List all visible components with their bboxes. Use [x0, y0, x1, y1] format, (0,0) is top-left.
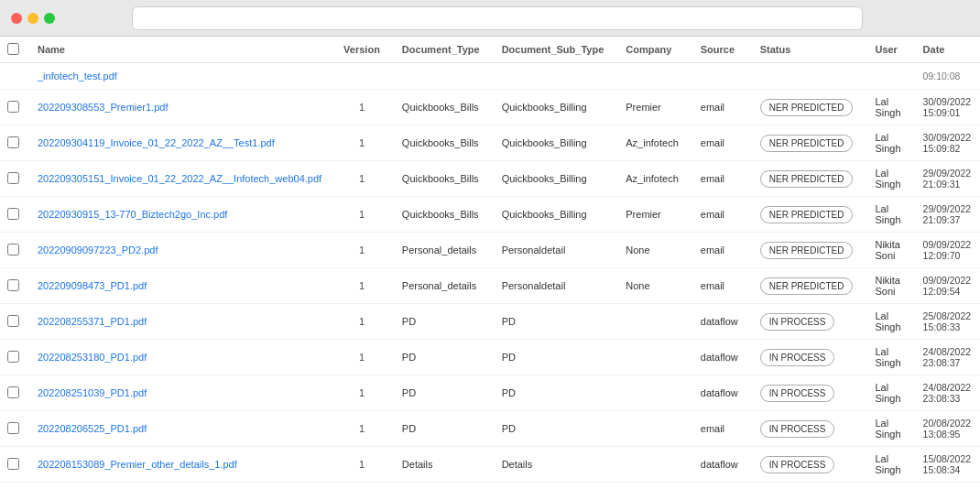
row-source: email: [690, 197, 749, 233]
close-button[interactable]: [11, 13, 22, 24]
file-link[interactable]: 20220909097223_PD2.pdf: [38, 244, 321, 256]
row-doc-type: Quickbooks_Bills: [391, 161, 491, 197]
table-row: 202208255371_PD1.pdf1PDPDdataflowIN PROC…: [0, 304, 980, 340]
file-link[interactable]: 202209305151_Invoice_01_22_2022_AZ__Info…: [38, 172, 321, 185]
row-checkbox-cell: [0, 197, 27, 233]
row-checkbox[interactable]: [7, 101, 19, 113]
file-link[interactable]: 202208251039_PD1.pdf: [38, 386, 321, 399]
file-link[interactable]: 202208153089_Premier_other_details_1.pdf: [38, 458, 321, 471]
file-link[interactable]: _infotech_test.pdf: [38, 70, 321, 82]
minimize-button[interactable]: [27, 13, 38, 24]
table-row: 20220930915_13-770_Biztech2go_Inc.pdf1Qu…: [0, 197, 980, 233]
row-user: Nikita Soni: [864, 233, 911, 268]
row-checkbox[interactable]: [7, 386, 19, 398]
row-checkbox[interactable]: [7, 208, 19, 220]
table-row: 202208153089_Premier_other_details_1.pdf…: [0, 447, 980, 483]
row-source: [690, 63, 749, 90]
file-link[interactable]: 202208206525_PD1.pdf: [38, 422, 321, 435]
row-date: 30/09/2022 15:09:01: [912, 90, 980, 125]
row-doc-type: QA_Info: [391, 483, 491, 489]
row-checkbox[interactable]: [7, 458, 19, 470]
share-button[interactable]: [877, 5, 903, 31]
row-checkbox-cell: [0, 375, 27, 411]
row-date: 09/09/2022 12:09:70: [912, 233, 980, 268]
row-checkbox[interactable]: [7, 172, 19, 184]
row-name: 202208206525_PD1.pdf: [27, 411, 332, 447]
row-source: dataflow: [690, 447, 749, 483]
forward-button[interactable]: [95, 7, 117, 29]
row-name: 202208251039_PD1.pdf: [27, 375, 332, 411]
row-date: 09:10:08: [912, 63, 980, 90]
file-link[interactable]: 202208253180_PD1.pdf: [38, 351, 321, 364]
file-link[interactable]: 202209304119_Invoice_01_22_2022_AZ__Test…: [38, 136, 321, 149]
row-checkbox[interactable]: [7, 136, 19, 148]
header-doc-type[interactable]: Document_Type: [391, 37, 491, 63]
header-company[interactable]: Company: [615, 37, 689, 63]
row-checkbox[interactable]: [7, 351, 19, 363]
header-status[interactable]: Status: [749, 37, 865, 63]
row-name: 20220930915_13-770_Biztech2go_Inc.pdf: [27, 197, 332, 233]
file-link[interactable]: 202208255371_PD1.pdf: [38, 315, 321, 328]
row-checkbox[interactable]: [7, 279, 19, 291]
row-source: dataflow: [690, 375, 749, 411]
file-link[interactable]: 202209098473_PD1.pdf: [38, 279, 321, 292]
row-source: email: [690, 90, 749, 125]
header-checkbox-cell: [0, 37, 27, 63]
row-source: email: [690, 125, 749, 161]
row-date: 25/08/2022 15:08:33: [912, 304, 980, 340]
row-doc-sub-type: inviocedata: [491, 483, 615, 489]
row-checkbox-cell: [0, 411, 27, 447]
header-user[interactable]: User: [864, 37, 911, 63]
row-user: Lal Singh: [864, 125, 911, 161]
row-checkbox-cell: [0, 447, 27, 483]
row-status: IN PROCESS: [749, 447, 865, 483]
header-version[interactable]: Version: [332, 37, 391, 63]
new-tab-button[interactable]: [943, 5, 969, 31]
row-source: email: [690, 161, 749, 197]
row-checkbox-cell: [0, 90, 27, 125]
table-header-row: Name Version Document_Type Document_Sub_…: [0, 37, 980, 63]
row-date: 30/09/2022 15:09:82: [912, 125, 980, 161]
row-version: 1: [332, 304, 391, 340]
row-name: 202208153089_Premier_other_details_1.pdf: [27, 447, 332, 483]
row-doc-sub-type: Quickbooks_Billing: [491, 125, 615, 161]
row-version: 1: [332, 233, 391, 268]
row-doc-sub-type: [491, 63, 615, 90]
row-date: 29/09/2022 21:09:37: [912, 197, 980, 233]
row-status: NER PREDICTED: [749, 483, 865, 489]
row-doc-sub-type: PD: [491, 340, 615, 375]
row-name: 202209305151_Invoice_01_22_2022_AZ__Info…: [27, 161, 332, 197]
table-row: 20220909097223_PD2.pdf1Personal_detailsP…: [0, 233, 980, 268]
row-doc-type: [391, 63, 491, 90]
back-button[interactable]: [70, 7, 92, 29]
row-checkbox-cell: [0, 340, 27, 375]
row-version: 1: [332, 340, 391, 375]
status-badge: NER PREDICTED: [760, 170, 854, 188]
row-date: 09/09/2022 12:09:54: [912, 268, 980, 304]
row-status: NER PREDICTED: [749, 197, 865, 233]
row-user: Lal Singh: [864, 161, 911, 197]
row-checkbox[interactable]: [7, 422, 19, 434]
row-checkbox[interactable]: [7, 244, 19, 255]
file-link[interactable]: 20220930915_13-770_Biztech2go_Inc.pdf: [38, 208, 321, 221]
row-doc-sub-type: Personaldetail: [491, 233, 615, 268]
window-button[interactable]: [910, 5, 936, 31]
row-status: [749, 63, 865, 90]
row-company: Az_infotech: [615, 125, 689, 161]
row-company: None: [615, 268, 689, 304]
row-checkbox[interactable]: [7, 315, 19, 327]
file-link[interactable]: 202209308553_Premier1.pdf: [38, 101, 321, 114]
row-name: 20220909097223_PD2.pdf: [27, 233, 332, 268]
maximize-button[interactable]: [44, 13, 55, 24]
header-doc-sub-type[interactable]: Document_Sub_Type: [491, 37, 615, 63]
select-all-checkbox[interactable]: [7, 43, 19, 55]
row-source: dataflow: [690, 483, 749, 489]
address-bar[interactable]: [132, 6, 863, 30]
header-source[interactable]: Source: [690, 37, 749, 63]
row-name: 202208128557_Arna_QA_1.pdf: [27, 483, 332, 489]
row-doc-type: PD: [391, 375, 491, 411]
header-date[interactable]: Date: [912, 37, 980, 63]
row-checkbox-cell: [0, 125, 27, 161]
row-company: None: [615, 483, 689, 489]
header-name[interactable]: Name: [27, 37, 332, 63]
